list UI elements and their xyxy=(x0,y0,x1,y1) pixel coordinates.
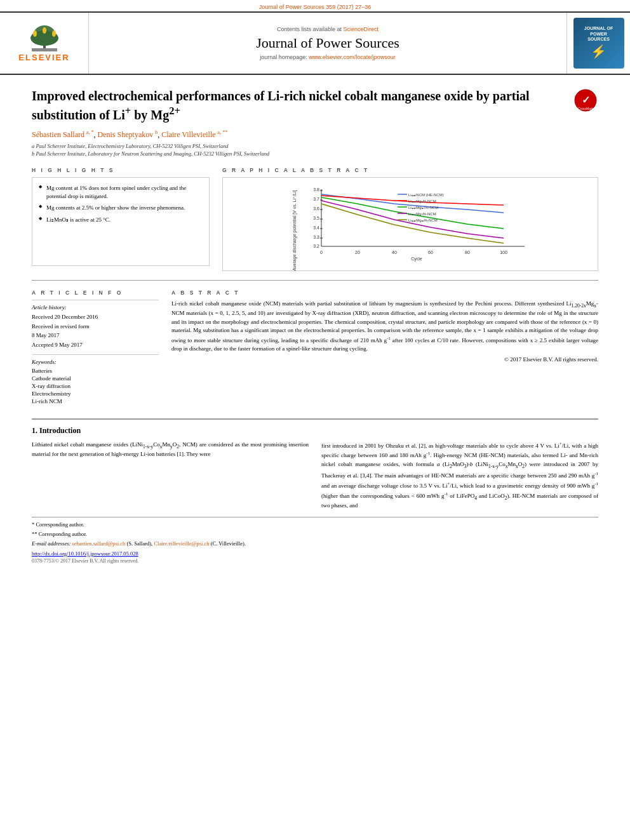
journal-homepage-link[interactable]: www.elsevier.com/locate/jpowsour xyxy=(309,54,396,60)
author-sallard: Sébastien Sallard xyxy=(32,130,84,139)
keyword-2: Cathode material xyxy=(32,375,159,382)
highlight-item-2: Mg contents at 2.5% or higher show the i… xyxy=(39,204,203,212)
badge-title: JOURNAL OFPOWERSOURCES xyxy=(584,26,613,42)
paper-title-section: Improved electrochemical performances of… xyxy=(32,88,598,123)
svg-text:Average discharge potential [V: Average discharge potential [V vs. Li⁺/L… xyxy=(292,190,297,271)
article-history: Article history: Received 20 December 20… xyxy=(32,300,159,349)
main-content: Improved electrochemical performances of… xyxy=(0,75,630,577)
footnotes-section: * Corresponding author. ** Corresponding… xyxy=(32,517,598,564)
svg-text:CrossMark: CrossMark xyxy=(578,107,594,110)
svg-text:✓: ✓ xyxy=(582,95,590,105)
intro-col-left: Lithiated nickel cobalt manganese oxides… xyxy=(32,441,309,511)
accepted-date: Accepted 9 May 2017 xyxy=(32,341,159,349)
svg-text:3.5: 3.5 xyxy=(313,216,319,220)
and-text: and xyxy=(349,502,358,509)
svg-text:Li₁.₁₉Mg₁%-NCM: Li₁.₁₉Mg₁%-NCM xyxy=(408,199,436,203)
svg-point-3 xyxy=(33,30,37,37)
keyword-3: X-ray diffraction xyxy=(32,383,159,389)
intro-two-col: Lithiated nickel cobalt manganese oxides… xyxy=(32,441,598,511)
received-date: Received 20 December 2016 xyxy=(32,313,159,321)
svg-text:Li₁.₂₀NCM (HE-NCM): Li₁.₂₀NCM (HE-NCM) xyxy=(408,193,444,197)
elsevier-logo: ELSEVIER xyxy=(13,24,76,62)
svg-text:3.8: 3.8 xyxy=(313,187,319,192)
highlights-box: Mg content at 1% does not form spinel un… xyxy=(32,177,210,266)
paper-title: Improved electrochemical performances of… xyxy=(32,88,566,123)
svg-text:40: 40 xyxy=(392,250,397,255)
elsevier-text: ELSEVIER xyxy=(18,53,69,62)
graphical-abstract-column: G R A P H I C A L A B S T R A C T Averag… xyxy=(222,167,598,271)
abstract-text: Li-rich nickel cobalt manganese oxide (N… xyxy=(171,300,598,354)
article-abstract-section: A R T I C L E I N F O Article history: R… xyxy=(32,290,598,405)
svg-text:0: 0 xyxy=(320,250,323,255)
affiliation-a: a Paul Scherrer Institute, Electrochemis… xyxy=(32,142,598,150)
email-link-villevieille[interactable]: Claire.villevieille@psi.ch xyxy=(154,540,209,547)
authors-section: Sébastien Sallard a, *, Denis Sheptyakov… xyxy=(32,130,598,159)
footnote-corresponding-2: ** Corresponding author. xyxy=(32,531,598,538)
svg-text:Li₁.₁₀Mg₁₀%-NCM: Li₁.₁₀Mg₁₀%-NCM xyxy=(408,218,438,222)
affiliation-b: b Paul Scherrer Institute, Laboratory fo… xyxy=(32,150,598,158)
header-band: ELSEVIER Contents lists available at Sci… xyxy=(0,11,630,75)
intro-heading: 1. Introduction xyxy=(32,426,598,436)
svg-text:3.2: 3.2 xyxy=(313,244,319,248)
intro-col-right: first introduced in 2001 by Ohzuku et al… xyxy=(321,441,598,511)
doi-link[interactable]: http://dx.doi.org/10.1016/j.jpowsour.201… xyxy=(32,550,138,557)
keyword-5: Li-rich NCM xyxy=(32,398,159,404)
abstract-column: A B S T R A C T Li-rich nickel cobalt ma… xyxy=(171,290,598,405)
history-title: Article history: xyxy=(32,304,159,310)
svg-text:3.6: 3.6 xyxy=(313,206,319,211)
science-direct-text: Contents lists available at ScienceDirec… xyxy=(277,26,379,32)
svg-text:60: 60 xyxy=(428,250,433,255)
badge-icon: ⚡ xyxy=(591,44,607,59)
article-info-label: A R T I C L E I N F O xyxy=(32,290,159,296)
journal-badge: JOURNAL OFPOWERSOURCES ⚡ xyxy=(573,18,624,69)
graphical-abstract-label: G R A P H I C A L A B S T R A C T xyxy=(222,167,598,173)
issn-line: 0378-7753/© 2017 Elsevier B.V. All right… xyxy=(32,558,598,564)
svg-text:3.4: 3.4 xyxy=(313,225,319,230)
highlights-label: H I G H L I G H T S xyxy=(32,167,210,173)
keyword-1: Batteries xyxy=(32,368,159,374)
elsevier-logo-section: ELSEVIER xyxy=(0,13,89,74)
journal-header-center: Contents lists available at ScienceDirec… xyxy=(89,13,566,74)
article-info-column: A R T I C L E I N F O Article history: R… xyxy=(32,290,159,405)
footnote-corresponding-1: * Corresponding author. xyxy=(32,521,598,529)
crossmark-icon: ✓ CrossMark xyxy=(574,89,597,112)
footnote-email: E-mail addresses: sebastien.sallard@psi.… xyxy=(32,540,598,548)
highlights-column: H I G H L I G H T S Mg content at 1% doe… xyxy=(32,167,210,271)
graphical-abstract-box: Average discharge potential [V vs. Li⁺/L… xyxy=(222,177,598,271)
email-link-sallard[interactable]: sebastien.sallard@psi.ch xyxy=(72,540,125,547)
svg-text:3.3: 3.3 xyxy=(313,235,319,239)
svg-text:Li₁.₁₈Mg₂.₅%-NCM: Li₁.₁₈Mg₂.₅%-NCM xyxy=(408,206,438,210)
svg-point-4 xyxy=(43,27,46,34)
author-sheptyakov: Denis Sheptyakov xyxy=(98,130,154,139)
copyright-line: © 2017 Elsevier B.V. All rights reserved… xyxy=(171,356,598,363)
svg-text:Li₁.₁₇Mg₅%-NCM: Li₁.₁₇Mg₅%-NCM xyxy=(408,212,436,216)
svg-point-5 xyxy=(52,30,56,37)
svg-rect-6 xyxy=(32,48,57,51)
authors-line: Sébastien Sallard a, *, Denis Sheptyakov… xyxy=(32,130,598,140)
journal-title: Journal of Power Sources xyxy=(256,35,399,51)
keywords-title: Keywords: xyxy=(32,359,159,365)
affiliations: a Paul Scherrer Institute, Electrochemis… xyxy=(32,142,598,159)
revised-date: 8 May 2017 xyxy=(32,331,159,340)
received-revised: Received in revised form xyxy=(32,323,159,331)
keywords-section: Keywords: Batteries Cathode material X-r… xyxy=(32,354,159,404)
journal-top-bar: Journal of Power Sources 359 (2017) 27–3… xyxy=(0,0,630,11)
keyword-4: Electrochemistry xyxy=(32,390,159,397)
introduction-section: 1. Introduction Lithiated nickel cobalt … xyxy=(32,418,598,511)
highlights-abstract-section: H I G H L I G H T S Mg content at 1% doe… xyxy=(32,167,598,271)
svg-text:80: 80 xyxy=(465,250,470,255)
crossmark-logo: ✓ CrossMark xyxy=(573,88,598,113)
doi-line: http://dx.doi.org/10.1016/j.jpowsour.201… xyxy=(32,550,598,557)
discharge-chart: Average discharge potential [V vs. Li⁺/L… xyxy=(290,183,531,265)
highlight-item-3: Li₂MnO₃ is active at 25 °C. xyxy=(39,216,203,224)
svg-text:Cycle: Cycle xyxy=(411,257,422,262)
journal-badge-section: JOURNAL OFPOWERSOURCES ⚡ xyxy=(566,13,630,74)
science-direct-link[interactable]: ScienceDirect xyxy=(344,26,379,32)
elsevier-tree-icon xyxy=(13,24,76,53)
author-villevieille: Claire Villevieille xyxy=(161,130,215,139)
highlight-item-1: Mg content at 1% does not form spinel un… xyxy=(39,184,203,200)
abstract-label: A B S T R A C T xyxy=(171,290,598,296)
section-divider-1 xyxy=(32,280,598,281)
journal-homepage-text: journal homepage: www.elsevier.com/locat… xyxy=(260,54,396,60)
svg-text:100: 100 xyxy=(500,250,507,255)
